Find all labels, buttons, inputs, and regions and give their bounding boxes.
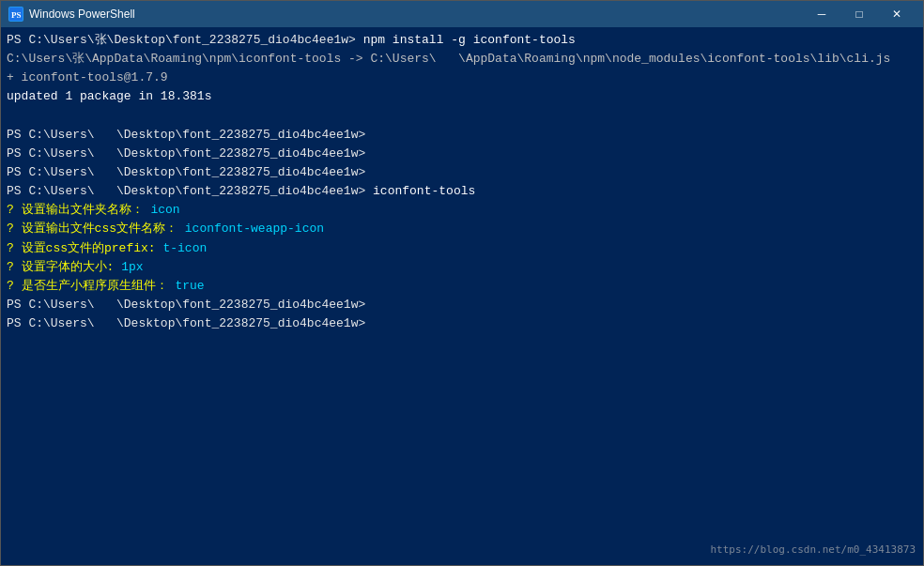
terminal-content: PS C:\Users\张\Desktop\font_2238275_dio4b… xyxy=(7,31,917,333)
terminal-line: updated 1 package in 18.381s xyxy=(7,87,917,106)
titlebar: PS Windows PowerShell ─ □ ✕ xyxy=(1,1,923,27)
terminal-output[interactable]: PS C:\Users\张\Desktop\font_2238275_dio4b… xyxy=(1,27,923,565)
svg-text:PS: PS xyxy=(11,10,22,20)
terminal-line: ? 设置输出文件夹名称： icon xyxy=(7,201,917,220)
powershell-window: PS Windows PowerShell ─ □ ✕ PS C:\Users\… xyxy=(0,0,924,566)
terminal-line: PS C:\Users\ \Desktop\font_2238275_dio4b… xyxy=(7,145,917,163)
terminal-line: C:\Users\张\AppData\Roaming\npm\iconfont-… xyxy=(7,50,917,69)
terminal-line: PS C:\Users\ \Desktop\font_2238275_dio4b… xyxy=(7,163,917,182)
maximize-button[interactable]: □ xyxy=(840,1,878,27)
minimize-button[interactable]: ─ xyxy=(803,1,840,27)
terminal-line: ? 设置输出文件css文件名称： iconfont-weapp-icon xyxy=(7,220,917,238)
terminal-line: PS C:\Users\ \Desktop\font_2238275_dio4b… xyxy=(7,296,917,314)
terminal-line: ? 设置字体的大小: 1px xyxy=(7,258,917,277)
terminal-line: PS C:\Users\ \Desktop\font_2238275_dio4b… xyxy=(7,126,917,145)
terminal-line: PS C:\Users\ \Desktop\font_2238275_dio4b… xyxy=(7,314,917,333)
titlebar-left: PS Windows PowerShell xyxy=(8,7,135,22)
terminal-line: + iconfont-tools@1.7.9 xyxy=(7,69,917,87)
watermark: https://blog.csdn.net/m0_43413873 xyxy=(710,542,916,558)
terminal-line xyxy=(7,107,917,126)
terminal-line: ? 是否生产小程序原生组件： true xyxy=(7,277,917,296)
terminal-line: PS C:\Users\ \Desktop\font_2238275_dio4b… xyxy=(7,182,917,201)
app-icon: PS xyxy=(8,7,23,22)
close-button[interactable]: ✕ xyxy=(878,1,916,27)
window-title: Windows PowerShell xyxy=(29,8,135,21)
window-controls: ─ □ ✕ xyxy=(803,1,916,27)
terminal-line: PS C:\Users\张\Desktop\font_2238275_dio4b… xyxy=(7,31,917,50)
terminal-line: ? 设置css文件的prefix: t-icon xyxy=(7,239,917,258)
